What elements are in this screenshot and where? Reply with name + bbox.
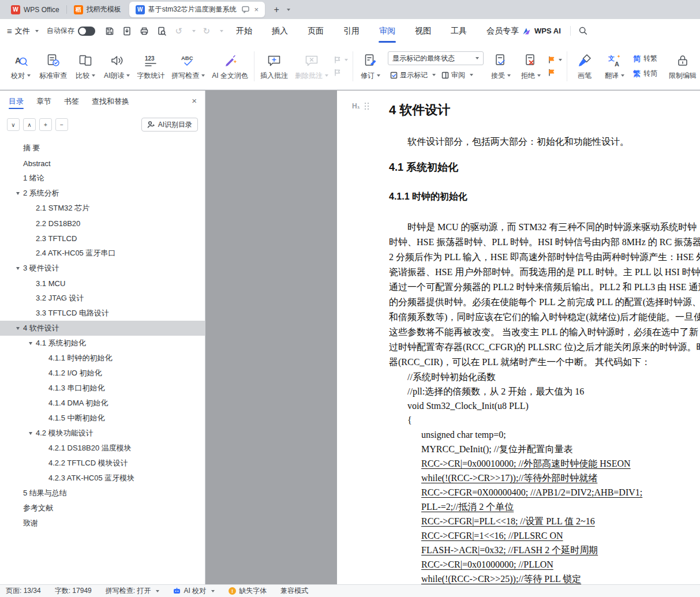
- redo-icon[interactable]: ↻: [200, 25, 213, 37]
- menu-tab[interactable]: 插入: [262, 19, 298, 43]
- toc-expand-all-button[interactable]: ∧: [23, 118, 36, 131]
- sidebar-tab[interactable]: 章节: [36, 91, 51, 112]
- review-pane-button[interactable]: 审阅: [439, 69, 476, 81]
- toc-item[interactable]: 5 结果与总结: [0, 486, 205, 501]
- tab-comment-icon[interactable]: [242, 6, 249, 13]
- toc-item[interactable]: 2 系统分析: [0, 186, 205, 201]
- toc-item[interactable]: 3.3 TFTLCD 电路设计: [0, 306, 205, 321]
- undo-icon[interactable]: ↺: [173, 25, 185, 37]
- toc-item[interactable]: 1 绪论: [0, 171, 205, 186]
- print-preview-icon[interactable]: [155, 25, 168, 37]
- print-icon[interactable]: [138, 25, 151, 37]
- app-tab-docer[interactable]: 稻 找稻壳模板: [68, 2, 128, 17]
- track-changes-button[interactable]: 修订: [358, 51, 383, 81]
- toc-expand-icon[interactable]: [14, 267, 22, 270]
- previous-revision-button[interactable]: [548, 56, 562, 63]
- menu-tab[interactable]: 工具: [441, 19, 477, 43]
- proofread-button[interactable]: A 校对: [8, 51, 33, 81]
- traditional-to-simplified-button[interactable]: 繁转简: [633, 69, 657, 79]
- spell-check-status[interactable]: 拼写检查: 打开: [106, 586, 160, 596]
- sidebar-tabs: 目录章节书签查找和替换: [0, 91, 205, 112]
- simplified-to-traditional-button[interactable]: 简转繁: [633, 54, 657, 64]
- heading-drag-handle[interactable]: H₁: [352, 102, 369, 110]
- toc-expand-icon[interactable]: [27, 342, 35, 345]
- toc-item[interactable]: 3.2 JTAG 设计: [0, 291, 205, 306]
- file-menu-button[interactable]: ≡ 文件: [7, 26, 39, 36]
- ai-polish-button[interactable]: AI 全文润色: [211, 51, 249, 81]
- ai-proofread-status[interactable]: AI 校对: [173, 586, 215, 596]
- toc-item[interactable]: 4.1.5 中断初始化: [0, 411, 205, 426]
- sidebar-tab[interactable]: 查找和替换: [92, 91, 129, 112]
- autosave-toggle[interactable]: [78, 27, 95, 36]
- new-tab-button[interactable]: +: [269, 3, 283, 17]
- menu-tab[interactable]: 开始: [226, 19, 262, 43]
- toc-item[interactable]: 4.1.1 时钟的初始化: [0, 351, 205, 366]
- word-count-button[interactable]: 123 字数统计: [136, 51, 166, 81]
- toc-item[interactable]: 2.3 TFTLCD: [0, 231, 205, 246]
- sidebar-tab[interactable]: 目录: [9, 91, 24, 112]
- toc-item[interactable]: 4.2.1 DS18B20 温度模块: [0, 441, 205, 456]
- app-tab-wps-office[interactable]: W WPS Office: [5, 2, 66, 17]
- toc-expand-icon[interactable]: [27, 432, 35, 435]
- page-indicator[interactable]: 页面: 13/34: [6, 586, 41, 596]
- document-page[interactable]: H₁ 4 软件设计 软件设计部分，包括两大部分：初始化和功能性设计。 4.1 系…: [337, 91, 700, 584]
- search-icon[interactable]: [578, 19, 588, 43]
- word-count-indicator[interactable]: 字数: 17949: [55, 586, 92, 596]
- accept-revision-button[interactable]: 接受: [488, 51, 514, 81]
- next-comment-button[interactable]: [334, 69, 348, 76]
- ai-read-aloud-button[interactable]: AI朗读: [103, 51, 131, 81]
- toc-collapse-all-button[interactable]: ∨: [7, 118, 20, 131]
- wps-ai-button[interactable]: WPS AI: [522, 19, 561, 43]
- toc-item[interactable]: 4.2.2 TFTLCD 模块设计: [0, 456, 205, 471]
- menu-tab[interactable]: 会员专享: [477, 19, 529, 43]
- menu-tab[interactable]: 页面: [298, 19, 334, 43]
- sidebar-close-icon[interactable]: ×: [192, 96, 197, 106]
- save-icon[interactable]: [103, 25, 116, 37]
- toc-item[interactable]: 4.2.3 ATK-HC05 蓝牙模块: [0, 471, 205, 486]
- toc-item[interactable]: 4.1.4 DMA 初始化: [0, 396, 205, 411]
- ai-recognize-toc-button[interactable]: AI识别目录: [141, 118, 198, 132]
- insert-comment-button[interactable]: 插入批注: [259, 51, 289, 81]
- toc-item[interactable]: 参考文献: [0, 501, 205, 516]
- toc-item[interactable]: 3.1 MCU: [0, 276, 205, 291]
- toc-add-level-button[interactable]: +: [39, 118, 52, 131]
- sidebar-tab[interactable]: 书签: [64, 91, 79, 112]
- toc-item[interactable]: 2.2 DS18B20: [0, 216, 205, 231]
- compare-button[interactable]: 比较: [73, 51, 98, 81]
- menu-tab[interactable]: 视图: [405, 19, 441, 43]
- menu-tab[interactable]: 审阅: [369, 19, 405, 43]
- menu-tab[interactable]: 引用: [334, 19, 369, 43]
- toc-item[interactable]: 致谢: [0, 516, 205, 531]
- toc-item[interactable]: 2.1 STM32 芯片: [0, 201, 205, 216]
- compatibility-mode[interactable]: 兼容模式: [280, 586, 308, 596]
- toc-item[interactable]: 4.1.2 I/O 初始化: [0, 366, 205, 381]
- toc-item[interactable]: 4.2 模块功能设计: [0, 426, 205, 441]
- document-tab[interactable]: W 基于stm32芯片温度测量系统 ×: [129, 2, 265, 17]
- toc-item[interactable]: 2.4 ATK-HC05 蓝牙串口: [0, 246, 205, 261]
- ink-brush-button[interactable]: 画笔: [572, 51, 597, 81]
- missing-font-warning[interactable]: !缺失字体: [229, 586, 267, 596]
- toc-item[interactable]: 摘 要: [0, 141, 205, 156]
- translate-button[interactable]: 文A 翻译: [602, 51, 627, 81]
- toc-item[interactable]: 4.1 系统初始化: [0, 336, 205, 351]
- tab-list-chevron-icon[interactable]: [285, 6, 290, 14]
- toc-item[interactable]: 4.1.3 串口初始化: [0, 381, 205, 396]
- tab-close-icon[interactable]: ×: [254, 5, 259, 14]
- marks-state-select[interactable]: 显示标记的最终状态: [388, 51, 484, 65]
- delete-comment-button[interactable]: 删除批注: [294, 51, 330, 81]
- toc-item[interactable]: 3 硬件设计: [0, 261, 205, 276]
- toc-item[interactable]: Abstract: [0, 156, 205, 171]
- toc-remove-level-button[interactable]: −: [55, 118, 68, 131]
- spell-check-button[interactable]: ABC 拼写检查: [170, 51, 206, 81]
- toc-expand-icon[interactable]: [14, 192, 22, 195]
- reject-revision-button[interactable]: 拒绝: [518, 51, 544, 81]
- previous-comment-button[interactable]: [334, 56, 348, 63]
- next-revision-button[interactable]: [548, 69, 562, 76]
- toc-expand-icon[interactable]: [14, 327, 22, 330]
- export-pdf-icon[interactable]: [121, 25, 133, 37]
- toc-item[interactable]: 4 软件设计: [0, 321, 205, 336]
- line-text: RCC->CR|=0x01000000; //PLLON: [421, 560, 553, 569]
- restrict-editing-button[interactable]: 限制编辑: [668, 51, 698, 81]
- standard-review-button[interactable]: 标准审查: [38, 51, 68, 81]
- show-marks-button[interactable]: 显示标记: [388, 69, 438, 81]
